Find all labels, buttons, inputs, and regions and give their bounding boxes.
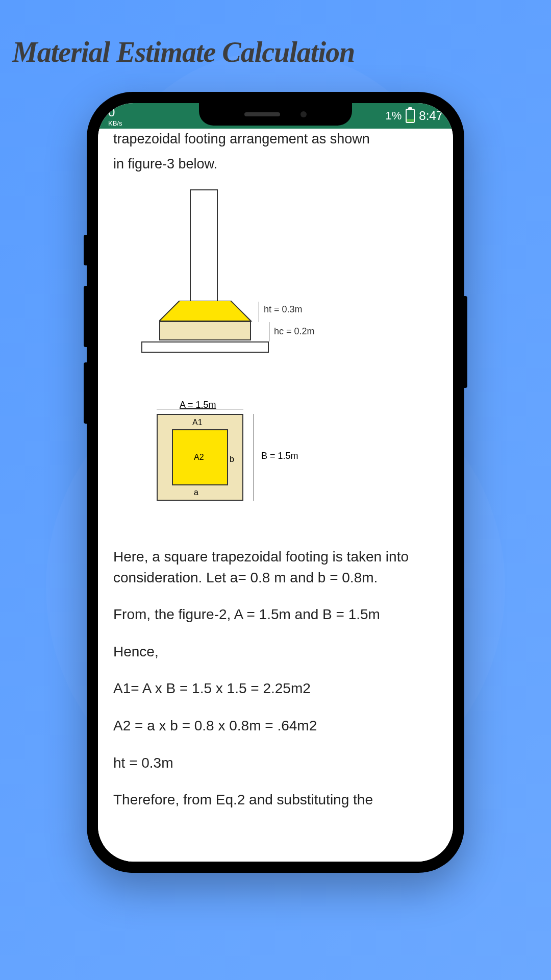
label-b: b [230, 455, 234, 464]
phone-frame: 0 KB/s 1% 8:47 trapezoidal footing arran… [87, 92, 464, 873]
status-time: 8:47 [419, 109, 443, 123]
dim-line [259, 302, 259, 322]
footing-side-view: ht = 0.3m hc = 0.2m [129, 189, 322, 388]
diagram-container: ht = 0.3m hc = 0.2m A = 1.5m A1 A2 b a B… [129, 189, 438, 526]
label-A2: A2 [194, 453, 204, 462]
phone-notch [199, 103, 352, 126]
battery-icon [406, 109, 415, 123]
svg-marker-0 [159, 301, 251, 321]
paragraph: Here, a square trapezoidal footing is ta… [113, 547, 438, 588]
battery-cap [408, 107, 412, 109]
dim-hc: hc = 0.2m [274, 326, 315, 337]
paragraph: ht = 0.3m [113, 753, 438, 774]
page-title: Material Estimate Calculation [0, 0, 551, 68]
paragraph: Therefore, from Eq.2 and substituting th… [113, 790, 438, 811]
dim-line [254, 414, 254, 501]
dim-line [157, 409, 243, 409]
paragraph: Hence, [113, 642, 438, 663]
status-data-speed-unit: KB/s [108, 119, 122, 127]
status-right: 1% 8:47 [385, 109, 443, 123]
status-left: 0 KB/s [108, 105, 122, 127]
phone-button-silence [84, 235, 87, 265]
notch-speaker [244, 112, 280, 116]
notch-camera [300, 111, 307, 117]
paragraph: A1= A x B = 1.5 x 1.5 = 2.25m2 [113, 678, 438, 699]
dim-line [269, 322, 269, 341]
label-A1: A1 [192, 418, 203, 427]
phone-screen: 0 KB/s 1% 8:47 trapezoidal footing arran… [98, 103, 453, 862]
label-a: a [194, 488, 198, 497]
status-battery-percent: 1% [385, 109, 402, 122]
status-data-speed: 0 [108, 105, 122, 119]
paragraph: From, the figure-2, A = 1.5m and B = 1.5… [113, 604, 438, 625]
footing-cuboid [159, 321, 251, 340]
phone-button-volume-up [84, 286, 87, 347]
paragraph: A2 = a x b = 0.8 x 0.8m = .64m2 [113, 716, 438, 737]
partial-text-top: trapezoidal footing arrangement as shown [113, 129, 438, 150]
column-shape [190, 189, 218, 302]
dim-B: B = 1.5m [261, 451, 298, 461]
content-line: in figure-3 below. [113, 154, 438, 175]
footing-top-view: A = 1.5m A1 A2 b a B = 1.5m [129, 404, 322, 526]
battery-fill [407, 119, 414, 122]
base-plate [141, 341, 269, 353]
content-area[interactable]: trapezoidal footing arrangement as shown… [98, 129, 453, 862]
dim-ht: ht = 0.3m [264, 304, 303, 315]
phone-button-volume-down [84, 362, 87, 424]
phone-button-power [464, 296, 467, 388]
